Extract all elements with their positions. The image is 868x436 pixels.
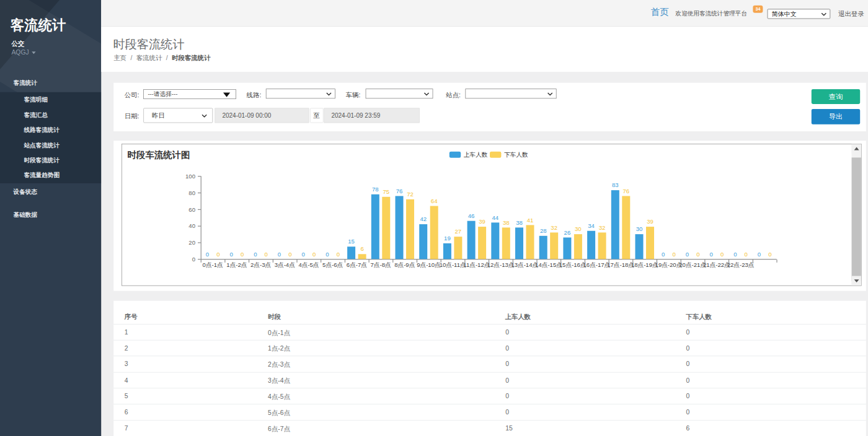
- svg-text:19点-20点: 19点-20点: [655, 261, 683, 268]
- svg-text:7点-8点: 7点-8点: [371, 261, 391, 268]
- svg-text:32: 32: [551, 224, 557, 231]
- svg-text:38: 38: [503, 219, 510, 226]
- svg-text:0: 0: [733, 251, 737, 258]
- svg-text:0: 0: [278, 251, 281, 258]
- svg-text:21点-22点: 21点-22点: [703, 261, 730, 268]
- svg-text:76: 76: [396, 188, 403, 194]
- svg-text:0: 0: [241, 251, 244, 258]
- svg-text:16点-17点: 16点-17点: [583, 261, 610, 268]
- svg-text:0: 0: [768, 251, 771, 258]
- svg-text:38: 38: [516, 219, 523, 226]
- svg-text:5点-6点: 5点-6点: [322, 261, 343, 268]
- svg-text:83: 83: [612, 181, 619, 188]
- svg-text:0: 0: [265, 251, 268, 258]
- svg-text:42: 42: [420, 216, 427, 222]
- svg-text:75: 75: [383, 188, 389, 195]
- svg-text:13点-14点: 13点-14点: [511, 261, 538, 268]
- svg-text:41: 41: [527, 217, 534, 224]
- svg-text:0: 0: [206, 251, 209, 258]
- svg-text:14点-15点: 14点-15点: [535, 261, 562, 268]
- svg-text:6点-7点: 6点-7点: [347, 261, 367, 268]
- svg-text:0点-1点: 0点-1点: [203, 261, 223, 268]
- svg-text:12点-13点: 12点-13点: [487, 261, 515, 268]
- svg-text:0: 0: [745, 251, 748, 258]
- svg-text:27: 27: [455, 228, 462, 235]
- svg-text:39: 39: [479, 218, 485, 225]
- svg-text:30: 30: [636, 225, 643, 232]
- svg-text:72: 72: [407, 191, 414, 198]
- svg-text:0: 0: [326, 251, 329, 258]
- svg-text:6: 6: [360, 245, 363, 252]
- svg-text:39: 39: [647, 218, 653, 225]
- svg-text:0: 0: [192, 256, 195, 263]
- svg-text:11点-12点: 11点-12点: [463, 261, 490, 268]
- svg-text:44: 44: [492, 214, 498, 221]
- svg-text:0: 0: [254, 251, 257, 258]
- svg-text:32: 32: [599, 224, 606, 231]
- svg-text:0: 0: [696, 251, 699, 258]
- svg-text:0: 0: [686, 251, 689, 258]
- svg-text:28: 28: [540, 227, 547, 234]
- svg-text:78: 78: [372, 186, 379, 193]
- svg-text:0: 0: [672, 251, 675, 258]
- svg-text:9点-10点: 9点-10点: [417, 261, 441, 268]
- svg-text:0: 0: [720, 251, 724, 258]
- svg-text:0: 0: [312, 251, 316, 258]
- svg-text:30: 30: [575, 225, 582, 232]
- svg-text:20: 20: [188, 239, 195, 246]
- svg-text:8点-9点: 8点-9点: [394, 261, 415, 268]
- svg-text:60: 60: [188, 206, 195, 213]
- svg-text:4点-5点: 4点-5点: [298, 261, 319, 268]
- svg-text:34: 34: [588, 222, 595, 229]
- svg-text:3点-4点: 3点-4点: [275, 261, 295, 268]
- svg-text:19: 19: [444, 235, 451, 242]
- svg-text:0: 0: [758, 251, 761, 258]
- svg-text:18点-19点: 18点-19点: [631, 261, 658, 268]
- svg-text:0: 0: [709, 251, 712, 258]
- svg-text:0: 0: [337, 251, 340, 258]
- svg-text:0: 0: [229, 251, 232, 258]
- svg-text:100: 100: [185, 173, 195, 180]
- svg-text:40: 40: [188, 222, 195, 229]
- svg-text:上车人数: 上车人数: [464, 151, 488, 158]
- svg-text:0: 0: [216, 251, 219, 258]
- svg-text:76: 76: [622, 188, 629, 194]
- svg-text:80: 80: [188, 190, 195, 196]
- svg-text:0: 0: [662, 251, 665, 258]
- svg-text:0: 0: [302, 251, 305, 258]
- svg-text:时段车流统计图: 时段车流统计图: [128, 150, 190, 160]
- svg-text:10点-11点: 10点-11点: [440, 261, 466, 268]
- svg-text:1点-2点: 1点-2点: [226, 261, 247, 268]
- svg-text:15: 15: [348, 238, 355, 245]
- svg-text:20点-21点: 20点-21点: [679, 261, 706, 268]
- svg-text:22点-23点: 22点-23点: [727, 261, 755, 268]
- svg-text:15点-16点: 15点-16点: [559, 261, 587, 268]
- svg-text:下车人数: 下车人数: [504, 151, 528, 158]
- svg-text:46: 46: [468, 212, 475, 219]
- svg-text:17点-18点: 17点-18点: [607, 261, 634, 268]
- svg-text:26: 26: [564, 229, 571, 236]
- svg-text:64: 64: [431, 198, 438, 204]
- svg-text:2点-3点: 2点-3点: [250, 261, 271, 268]
- svg-text:0: 0: [288, 251, 291, 258]
